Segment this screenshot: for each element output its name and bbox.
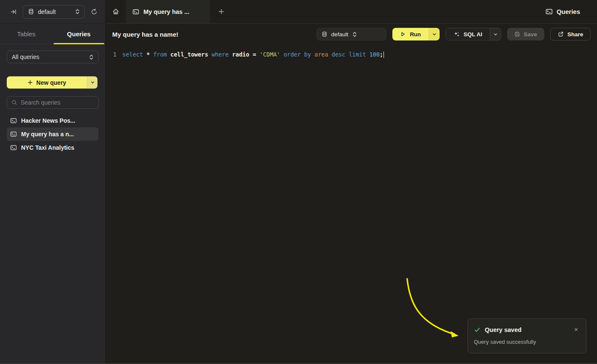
sparkles-icon bbox=[454, 31, 460, 38]
run-label: Run bbox=[410, 31, 421, 38]
sql-ai-label: SQL AI bbox=[464, 31, 482, 38]
query-terminal-icon bbox=[10, 144, 17, 151]
play-icon bbox=[400, 31, 406, 37]
tab-tables[interactable]: Tables bbox=[0, 24, 53, 44]
toast-header: Query saved ✕ bbox=[474, 326, 580, 334]
new-tab-button[interactable] bbox=[210, 0, 232, 23]
run-button[interactable]: Run bbox=[392, 28, 429, 40]
database-icon bbox=[28, 8, 34, 15]
text-cursor bbox=[384, 51, 384, 58]
toast-query-saved: Query saved ✕ Query saved successfully bbox=[467, 318, 586, 353]
sql-ai-dropdown-button[interactable] bbox=[490, 28, 501, 40]
query-filter-value: All queries bbox=[12, 54, 85, 60]
tab-label: My query has ... bbox=[143, 8, 189, 15]
query-item-label: NYC Taxi Analytics bbox=[21, 144, 74, 151]
queries-indicator-label: Queries bbox=[556, 8, 580, 15]
database-icon bbox=[321, 31, 327, 37]
editor-database-select[interactable]: default bbox=[316, 28, 386, 40]
query-list-item-hacker-news[interactable]: Hacker News Pos... bbox=[7, 114, 98, 127]
topbar-spacer bbox=[232, 0, 546, 23]
save-button[interactable]: Save bbox=[507, 28, 544, 40]
queries-indicator-button[interactable]: Queries bbox=[546, 0, 597, 23]
floppy-icon bbox=[514, 31, 520, 37]
home-icon bbox=[112, 8, 119, 15]
chevron-down-icon bbox=[493, 32, 498, 37]
query-item-label: Hacker News Pos... bbox=[21, 117, 75, 124]
topbar: default bbox=[0, 0, 597, 24]
new-query-button[interactable]: New query bbox=[7, 76, 87, 89]
toast-close-button[interactable]: ✕ bbox=[572, 326, 580, 334]
editor-database-value: default bbox=[331, 31, 348, 38]
sidebar-tabs: Tables Queries bbox=[0, 24, 105, 44]
sql-ai-button[interactable]: SQL AI bbox=[446, 28, 490, 40]
search-queries-input[interactable] bbox=[21, 99, 97, 106]
query-terminal-icon bbox=[10, 131, 17, 138]
share-button[interactable]: Share bbox=[550, 28, 591, 40]
tab-my-query[interactable]: My query has ... bbox=[126, 0, 210, 23]
sql-ai-split-button: SQL AI bbox=[446, 28, 501, 40]
query-search bbox=[7, 96, 99, 109]
sidebar: Tables Queries All queries New query bbox=[0, 24, 105, 364]
query-title: My query has a name! bbox=[112, 31, 178, 38]
plus-icon bbox=[27, 80, 33, 85]
pin-sidebar-icon bbox=[10, 8, 17, 15]
new-query-label: New query bbox=[36, 79, 66, 86]
tab-queries[interactable]: Queries bbox=[53, 24, 105, 44]
query-terminal-icon bbox=[546, 8, 553, 15]
main-area: My query has a name! default bbox=[105, 24, 597, 364]
query-terminal-icon bbox=[132, 8, 139, 15]
query-list: Hacker News Pos... My query has a n... bbox=[7, 114, 98, 154]
chevron-updown-icon bbox=[75, 9, 80, 14]
chevron-updown-icon bbox=[89, 54, 94, 60]
home-button[interactable] bbox=[105, 0, 126, 23]
query-item-label: My query has a n... bbox=[21, 131, 74, 138]
share-icon bbox=[558, 31, 564, 37]
topbar-database-value: default bbox=[38, 8, 71, 15]
sidebar-body: All queries New query bbox=[0, 44, 105, 161]
new-query-split-button: New query bbox=[7, 76, 97, 89]
query-list-item-my-query[interactable]: My query has a n... bbox=[7, 127, 98, 141]
search-icon bbox=[11, 100, 17, 105]
toast-message: Query saved successfully bbox=[474, 339, 580, 345]
editor-header: My query has a name! default bbox=[105, 24, 597, 45]
chevron-down-icon bbox=[432, 32, 437, 37]
topbar-main-section: My query has ... Queries bbox=[105, 0, 597, 24]
save-label: Save bbox=[524, 31, 537, 38]
chevron-updown-icon bbox=[352, 32, 357, 37]
collapse-sidebar-button[interactable] bbox=[8, 7, 19, 17]
topbar-database-select[interactable]: default bbox=[23, 5, 85, 19]
refresh-icon bbox=[91, 8, 97, 15]
run-dropdown-button[interactable] bbox=[429, 28, 440, 40]
new-query-dropdown-button[interactable] bbox=[87, 76, 97, 89]
run-split-button: Run bbox=[392, 28, 440, 40]
header-actions: default Run bbox=[316, 28, 591, 40]
query-list-item-nyc-taxi[interactable]: NYC Taxi Analytics bbox=[7, 141, 98, 154]
query-filter-select[interactable]: All queries bbox=[7, 51, 99, 63]
share-label: Share bbox=[567, 31, 583, 38]
plus-icon bbox=[218, 8, 224, 15]
toast-title: Query saved bbox=[485, 326, 521, 333]
chevron-down-icon bbox=[90, 80, 95, 85]
line-number: 1 bbox=[110, 50, 120, 59]
query-terminal-icon bbox=[10, 117, 17, 124]
code-line-content: select * from cell_towers where radio = … bbox=[122, 50, 383, 59]
sql-editor[interactable]: 1 select * from cell_towers where radio … bbox=[105, 45, 597, 59]
topbar-sidebar-section: default bbox=[0, 0, 105, 24]
check-icon bbox=[474, 326, 481, 333]
refresh-button[interactable] bbox=[89, 7, 99, 17]
code-line: 1 select * from cell_towers where radio … bbox=[105, 50, 597, 59]
